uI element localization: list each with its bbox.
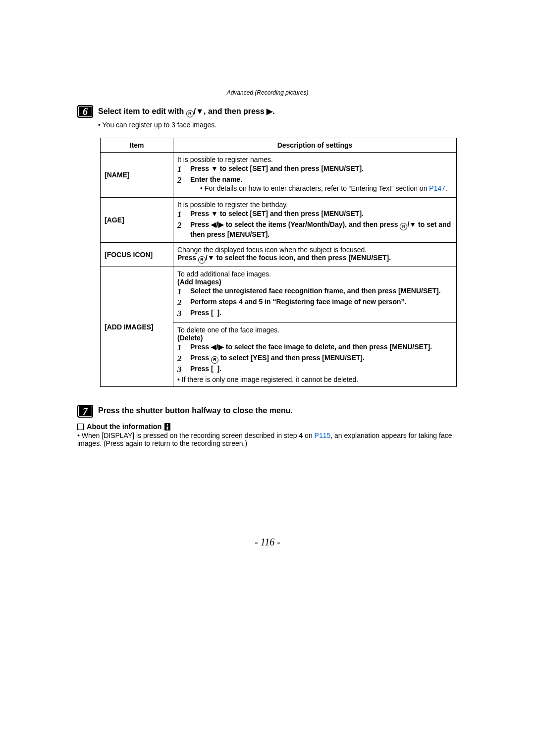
step6-bullet: • You can register up to 3 face images. [98, 121, 458, 129]
up-icon: R [186, 110, 194, 117]
th-item: Item [101, 138, 173, 153]
table-row: [NAME] It is possible to register names.… [101, 153, 457, 198]
settings-table: Item Description of settings [NAME] It i… [100, 138, 457, 387]
focus-b: /▼ to select the focus icon, and then pr… [206, 254, 391, 262]
age-s2a: Press ◀/▶ to select the items (Year/Mont… [190, 220, 400, 228]
add-a1: Select the unregistered face recognition… [190, 287, 441, 295]
focus-intro: Change the displayed focus icon when the… [177, 246, 452, 254]
age-s1: Press ▼ to select [SET] and then press [… [190, 210, 364, 217]
link-p147[interactable]: P147 [429, 184, 445, 192]
row-focus-desc: Change the displayed focus icon when the… [173, 243, 457, 267]
add-bot-head: (Delete) [177, 334, 203, 342]
name-s2: Enter the name. [190, 175, 242, 183]
step6-bullet-text: You can register up to 3 face images. [103, 121, 217, 129]
add-d2: Press R to select [YES] and then press [… [190, 354, 365, 364]
table-row: [FOCUS ICON] Change the displayed focus … [101, 243, 457, 267]
name-sub: •For details on how to enter characters,… [200, 184, 447, 192]
name-s1: Press ▼ to select [SET] and then press [… [190, 164, 364, 172]
step6-title-b: , and then press [204, 107, 267, 115]
step-7-badge: 7 [77, 405, 93, 418]
age-s2: Press ◀/▶ to select the items (Year/Mont… [190, 220, 452, 238]
about-heading: About the information [77, 423, 458, 431]
add-note: • If there is only one image registered,… [177, 376, 452, 383]
row-add-label: [ADD IMAGES] [101, 267, 173, 387]
name-sub-a: For details on how to enter characters, … [205, 184, 429, 192]
add-d3: Press [ ]. [190, 365, 221, 373]
table-row: [AGE] It is possible to register the bir… [101, 198, 457, 243]
about-body: • When [DISPLAY] is pressed on the recor… [77, 432, 458, 447]
about-a: When [DISPLAY] is pressed on the recordi… [82, 432, 299, 439]
add-bot-intro: To delete one of the face images. [177, 326, 452, 334]
step6-title-a: Select item to edit with [98, 107, 186, 115]
add-a3: Press [ ]. [190, 309, 221, 317]
about-b: on [303, 432, 314, 439]
focus-a: Press [177, 254, 198, 262]
row-age-label: [AGE] [101, 198, 173, 243]
row-age-desc: It is possible to register the birthday.… [173, 198, 457, 243]
step-7-row: 7 Press the shutter button halfway to cl… [77, 405, 458, 418]
step-7-title: Press the shutter button halfway to clos… [98, 405, 293, 415]
page-number: - 116 - [77, 537, 458, 548]
up-icon: R [198, 256, 206, 264]
step6-title-c: . [272, 107, 274, 115]
add-d2a: Press [190, 354, 211, 362]
row-focus-label: [FOCUS ICON] [101, 243, 173, 267]
square-icon [77, 424, 84, 430]
age-intro: It is possible to register the birthday. [177, 201, 452, 209]
link-p115[interactable]: P115 [315, 432, 331, 439]
step-6-title: Select item to edit with R/▼, and then p… [98, 105, 275, 117]
add-d2b: to select [YES] and then press [MENU/SET… [218, 354, 365, 362]
row-add-desc: To add additional face images. (Add Imag… [173, 267, 457, 387]
name-intro: It is possible to register names. [177, 156, 452, 163]
up-icon: R [400, 223, 407, 230]
th-desc: Description of settings [173, 138, 457, 153]
step-6-badge: 6 [77, 105, 93, 118]
row-name-desc: It is possible to register names. 1Press… [173, 153, 457, 198]
up-icon: R [211, 356, 218, 364]
info-icon [164, 423, 170, 431]
page-header: Advanced (Recording pictures) [77, 89, 458, 96]
about-head-text: About the information [87, 423, 161, 431]
add-d1: Press ◀/▶ to select the face image to de… [190, 343, 432, 351]
add-note-text: If there is only one image registered, i… [182, 376, 358, 383]
step-6-row: 6 Select item to edit with R/▼, and then… [77, 105, 458, 118]
add-top-head: (Add Images) [177, 278, 221, 286]
focus-line: Press R/▼ to select the focus icon, and … [177, 254, 391, 262]
add-a2: Perform steps 4 and 5 in “Registering fa… [190, 298, 406, 306]
row-name-label: [NAME] [101, 153, 173, 198]
table-row: [ADD IMAGES] To add additional face imag… [101, 267, 457, 387]
name-sub-b: . [445, 184, 447, 192]
add-top-intro: To add additional face images. [177, 270, 452, 278]
